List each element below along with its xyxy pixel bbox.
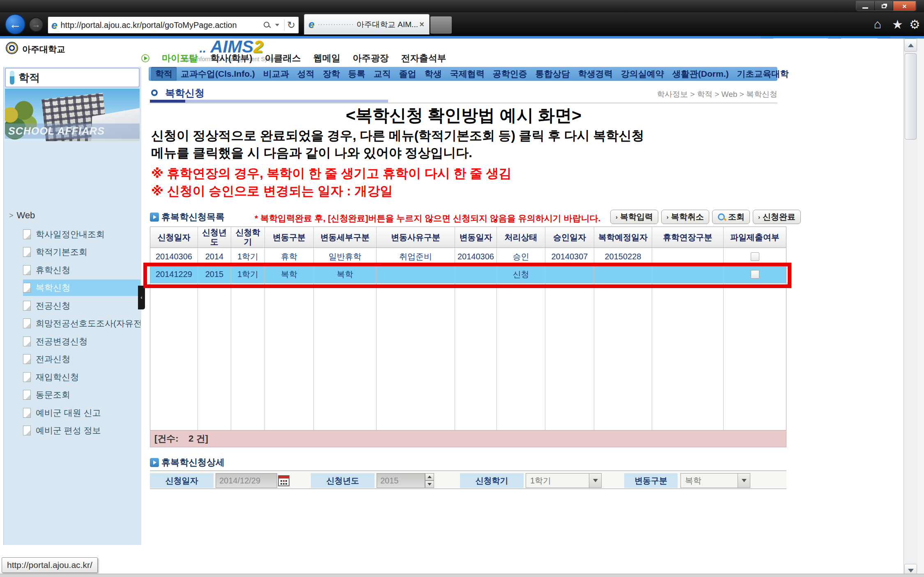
notice-red-line-2: ※ 신청이 승인으로 변경되는 일자 : 개강일 [151,183,779,200]
document-icon [23,283,31,293]
scrollbar-thumb[interactable] [905,53,917,140]
sidebar-item-dept-transfer[interactable]: 전과신청 [23,351,140,367]
change-type-select[interactable]: 복학 [680,473,750,488]
search-button[interactable]: 조회 [712,210,750,224]
menu-grades[interactable]: 성적 [293,67,319,81]
file-submit-checkbox[interactable] [751,252,759,261]
apply-term-select[interactable]: 1학기 [526,473,602,488]
sidebar-title-text: 학적 [18,71,40,85]
sidebar-item-major-preference[interactable]: 희망전공선호도조사(자유전공 [23,315,140,332]
sidebar-item-calendar[interactable]: 학사일정안내조회 [23,226,140,243]
notice-red-line-1: ※ 휴학연장의 경우, 복학이 한 줄 생기고 휴학이 다시 한 줄 생김 [151,165,779,182]
sidebar-group-web[interactable]: > Web [9,210,35,221]
sidebar-item-return-apply[interactable]: 복학신청 [23,279,140,296]
return-input-button[interactable]: ›복학입력 [610,210,658,224]
list-warning-text: * 복학입력완료 후, [신청완료]버튼을 누르지 않으면 신청되지 않음을 유… [255,213,600,224]
menu-graduation[interactable]: 졸업 [395,67,421,81]
forward-button[interactable]: → [29,17,44,32]
sidebar-banner-image: SCHOOL AFFIARS [5,89,140,141]
file-submit-checkbox[interactable] [751,270,759,279]
apply-date-field[interactable]: 2014/12/29 [216,473,277,488]
university-name: 아주대학교 [22,44,65,55]
apply-term-label: 신청학기 [460,473,524,488]
url-text[interactable]: http://portal.ajou.ac.kr/portal/goToMyPa… [60,21,261,30]
menu-counseling[interactable]: 통합상담 [531,67,574,81]
title-underline-dark [150,100,185,103]
sidebar-item-reserve-info[interactable]: 예비군 편성 정보 [23,422,140,439]
dropdown-arrow-icon[interactable] [738,474,750,488]
table-row[interactable]: 20140306 2014 1학기 휴학 일반휴학 취업준비 20140306 … [150,248,786,266]
menu-international[interactable]: 국제협력 [446,67,489,81]
year-spinner[interactable] [425,473,434,488]
refresh-icon[interactable]: ↻ [287,20,295,30]
menu-hakjeok[interactable]: 학적 [151,67,177,81]
apply-year-field[interactable]: 2015 [377,473,425,488]
star-favorites-icon[interactable]: ★ [892,17,903,32]
top-link-haksa[interactable]: 학사(학부) [210,52,253,64]
minimize-button[interactable] [856,1,875,11]
menu-courses[interactable]: 교과수업(Cls.Info.) [177,67,259,81]
spinner-down-icon[interactable] [425,481,434,488]
notice-line-1: 신청이 정상적으로 완료되었을 경우, 다른 메뉴(학적기본조회 등) 클릭 후… [151,127,779,144]
sidebar-item-reserve-report[interactable]: 예비군 대원 신고 [23,405,140,421]
search-icon[interactable] [263,21,271,29]
table-header-row: 신청일자 신청년도 신청학기 변동구분 변동세부구분 변동사유구분 변동일자 처… [150,227,786,248]
return-cancel-button[interactable]: ›복학취소 [661,210,709,224]
window-controls: × [856,1,917,11]
menu-bikyogwa[interactable]: 비교과 [259,67,293,81]
browser-window: × ← → e http://portal.ajou.ac.kr/portal/… [0,0,924,577]
vertical-scrollbar[interactable] [903,39,917,577]
spinner-up-icon[interactable] [425,473,434,481]
sidebar-item-major-change[interactable]: 전공변경신청 [23,333,140,350]
browser-tab[interactable]: e ·············· 아주대학교 AIM... × [304,14,430,34]
search-dropdown-caret-icon[interactable] [275,24,279,26]
chevron-right-icon: > [9,211,14,220]
table-row-highlighted[interactable]: 20141229 2015 1학기 복학 복학 신청 [150,266,786,283]
sidebar-collapse-handle[interactable]: ‹ [138,286,145,309]
menu-basic-education[interactable]: 기초교육대학 [733,67,793,81]
menu-engineering-cert[interactable]: 공학인증 [489,67,531,81]
breadcrumb: 학사정보 > 학적 > Web > 복학신청 [657,89,777,100]
forward-icon: → [32,19,41,30]
document-icon [23,318,31,328]
back-button[interactable]: ← [5,14,25,34]
apply-complete-button[interactable]: ›신청완료 [753,210,801,224]
sidebar-item-alumni[interactable]: 동문조회 [23,387,140,403]
sidebar-item-readmission[interactable]: 재입학신청 [23,369,140,385]
home-icon[interactable]: ⌂ [874,17,881,31]
top-link-myportal[interactable]: 마이포탈 [162,52,198,64]
menu-scholarship[interactable]: 장학 [319,67,344,81]
window-titlebar [0,0,924,12]
menu-room-reservation[interactable]: 강의실예약 [617,67,668,81]
menu-teaching[interactable]: 교직 [370,67,395,81]
sidebar-item-leave-apply[interactable]: 휴학신청 [23,262,140,278]
change-type-label: 변동구분 [624,473,678,488]
menu-dorm[interactable]: 생활관(Dorm.) [668,67,733,81]
apply-date-label: 신청일자 [150,473,214,488]
sidebar-item-major-apply[interactable]: 전공신청 [23,298,140,314]
calendar-icon[interactable] [278,474,290,488]
top-link-ajou-plaza[interactable]: 아주광장 [353,52,389,64]
list-section-header: 휴복학신청목록 [150,211,225,223]
dropdown-arrow-icon[interactable] [589,474,601,488]
new-tab-button[interactable] [430,16,452,34]
document-icon [23,372,31,382]
restore-button[interactable] [875,1,893,11]
menu-student[interactable]: 학생 [421,67,446,81]
top-link-eclass[interactable]: 이클래스 [265,52,301,64]
table-empty-area [150,283,786,430]
ie-icon: e [308,18,314,31]
top-link-webmail[interactable]: 웹메일 [313,52,340,64]
record-count-bar: [건수: 2 건] [150,430,786,447]
sidebar-item-record-basic[interactable]: 학적기본조회 [23,244,140,260]
menu-registration[interactable]: 등록 [344,67,370,81]
address-bar[interactable]: e http://portal.ajou.ac.kr/portal/goToMy… [48,16,299,34]
tab-close-icon[interactable]: × [418,20,425,29]
close-button[interactable]: × [893,1,916,11]
section-icon [150,458,159,467]
top-link-attendance[interactable]: 전자출석부 [401,52,446,64]
menu-career[interactable]: 학생경력 [574,67,617,81]
status-link-tooltip: http://portal.ajou.ac.kr/ [2,557,98,573]
gear-icon[interactable]: ⚙ [909,17,920,32]
scrollbar-up-button[interactable] [904,39,917,52]
